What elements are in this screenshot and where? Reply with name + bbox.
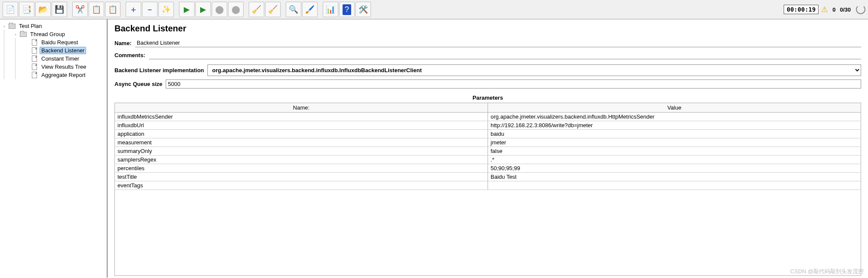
broom2-icon: 🧹 — [268, 5, 278, 14]
param-name-cell[interactable]: application — [115, 130, 488, 138]
config-panel: Backend Listener Name: Comments: Backend… — [108, 19, 868, 278]
reset-search-button[interactable]: 🖌️ — [302, 2, 318, 17]
tree-item[interactable]: Constant Timer — [24, 55, 105, 63]
tree-root-test-plan[interactable]: ◦ Test Plan — [2, 22, 105, 30]
tree-thread-group[interactable]: ◦ Thread Group — [13, 30, 105, 38]
settings-button[interactable]: 🛠️ — [355, 2, 371, 17]
implementation-select[interactable]: org.apache.jmeter.visualizers.backend.in… — [207, 64, 861, 76]
param-value-cell[interactable]: http://192.168.22.3:8086/write?db=jmeter — [488, 121, 861, 130]
toggle-button[interactable]: ✨ — [158, 2, 174, 17]
param-value-cell[interactable]: .* — [488, 156, 861, 164]
page-icon — [31, 48, 38, 54]
parameters-table[interactable]: Name: Value influxdbMetricsSenderorg.apa… — [114, 103, 861, 190]
clear-all-button[interactable]: 🧹 — [265, 2, 281, 17]
param-name-cell[interactable]: samplersRegex — [115, 156, 488, 164]
table-row[interactable]: summaryOnlyfalse — [115, 147, 861, 156]
name-label: Name: — [114, 40, 132, 46]
stop-button[interactable]: ⬤ — [212, 2, 227, 17]
copy-icon: 📋 — [92, 5, 101, 14]
param-value-cell[interactable] — [488, 181, 861, 190]
collapse-button[interactable]: － — [142, 2, 158, 17]
comments-input[interactable] — [149, 51, 861, 59]
name-input[interactable] — [135, 39, 861, 47]
shutdown-button[interactable]: ⬤ — [228, 2, 244, 17]
play-alt-icon: ▶ — [200, 5, 206, 14]
save-button[interactable]: 💾 — [52, 2, 67, 17]
warning-icon[interactable]: ⚠ — [821, 5, 828, 14]
brush-icon: 🖌️ — [305, 5, 315, 14]
binoculars-icon: 🔍 — [289, 5, 298, 14]
toggle-icon[interactable]: ◦ — [13, 32, 18, 37]
paste-button[interactable]: 📋 — [105, 2, 120, 17]
param-value-cell[interactable]: Baidu Test — [488, 173, 861, 181]
col-header-name[interactable]: Name: — [115, 103, 488, 113]
function-helper-button[interactable]: 📊 — [323, 2, 338, 17]
minus-icon: － — [146, 4, 154, 15]
cut-button[interactable]: ✂️ — [72, 2, 88, 17]
play-icon: ▶ — [184, 5, 190, 14]
tree-item[interactable]: View Results Tree — [24, 63, 105, 71]
clear-button[interactable]: 🧹 — [249, 2, 264, 17]
param-value-cell[interactable]: jmeter — [488, 138, 861, 147]
folder-icon — [8, 23, 16, 29]
tree-label: Baidu Request — [40, 39, 80, 46]
start-button[interactable]: ▶ — [179, 2, 195, 17]
plus-icon: ＋ — [130, 4, 137, 15]
param-value-cell[interactable]: org.apache.jmeter.visualizers.backend.in… — [488, 113, 861, 121]
implementation-label: Backend Listener implementation — [114, 67, 204, 73]
table-row[interactable]: measurementjmeter — [115, 138, 861, 147]
table-row[interactable]: influxdbUrlhttp://192.168.22.3:8086/writ… — [115, 121, 861, 130]
panel-title: Backend Listener — [114, 24, 861, 34]
page-icon — [31, 64, 38, 70]
shutdown-icon: ⬤ — [232, 5, 240, 14]
test-plan-tree[interactable]: ◦ Test Plan ◦ Thread Group Baidu Request… — [0, 19, 108, 278]
param-value-cell[interactable]: 50;90;95;99 — [488, 164, 861, 173]
tree-label: View Results Tree — [40, 63, 88, 70]
table-row[interactable]: applicationbaidu — [115, 130, 861, 138]
param-value-cell[interactable]: baidu — [488, 130, 861, 138]
param-name-cell[interactable]: influxdbMetricsSender — [115, 113, 488, 121]
active-threads: 0 — [832, 6, 835, 13]
tree-item[interactable]: Backend Listener — [24, 46, 105, 55]
table-row[interactable]: samplersRegex.* — [115, 156, 861, 164]
search-button[interactable]: 🔍 — [286, 2, 301, 17]
param-name-cell[interactable]: testTitle — [115, 173, 488, 181]
elapsed-timer: 00:00:19 — [784, 5, 819, 14]
tree-item[interactable]: Aggregate Report — [24, 71, 105, 79]
expand-button[interactable]: ＋ — [126, 2, 141, 17]
stop-icon: ⬤ — [215, 5, 224, 14]
open-button[interactable]: 📂 — [35, 2, 51, 17]
scissors-icon: ✂️ — [75, 5, 85, 14]
thread-ratio: 0/30 — [840, 6, 851, 13]
templates-button[interactable]: 📑 — [19, 2, 34, 17]
tree-label: Aggregate Report — [40, 71, 87, 79]
clipboard-icon: 📋 — [108, 5, 117, 14]
copy-button[interactable]: 📋 — [89, 2, 104, 17]
list-icon: 📊 — [326, 5, 335, 14]
folder-icon — [19, 31, 27, 37]
toolbar: 📄 📑 📂 💾 ✂️ 📋 📋 ＋ － ✨ ▶ ▶ ⬤ ⬤ 🧹 🧹 🔍 🖌️ 📊 … — [0, 0, 868, 19]
start-no-pause-button[interactable]: ▶ — [195, 2, 211, 17]
param-name-cell[interactable]: summaryOnly — [115, 147, 488, 156]
tree-label: Test Plan — [17, 22, 43, 30]
toggle-icon[interactable]: ◦ — [2, 24, 7, 29]
comments-label: Comments: — [114, 52, 145, 58]
new-button[interactable]: 📄 — [3, 2, 18, 17]
param-name-cell[interactable]: influxdbUrl — [115, 121, 488, 130]
param-value-cell[interactable]: false — [488, 147, 861, 156]
help-icon: ? — [343, 4, 351, 15]
col-header-value[interactable]: Value — [488, 103, 861, 113]
param-name-cell[interactable]: measurement — [115, 138, 488, 147]
param-name-cell[interactable]: eventTags — [115, 181, 488, 190]
queue-size-label: Async Queue size — [114, 81, 162, 87]
table-row[interactable]: testTitleBaidu Test — [115, 173, 861, 181]
tree-item[interactable]: Baidu Request — [24, 38, 105, 46]
queue-size-input[interactable] — [166, 79, 861, 89]
templates-icon: 📑 — [22, 5, 31, 14]
table-row[interactable]: percentiles50;90;95;99 — [115, 164, 861, 173]
help-button[interactable]: ? — [339, 2, 355, 17]
table-row[interactable]: influxdbMetricsSenderorg.apache.jmeter.v… — [115, 113, 861, 121]
page-icon — [31, 40, 38, 46]
param-name-cell[interactable]: percentiles — [115, 164, 488, 173]
table-row[interactable]: eventTags — [115, 181, 861, 190]
